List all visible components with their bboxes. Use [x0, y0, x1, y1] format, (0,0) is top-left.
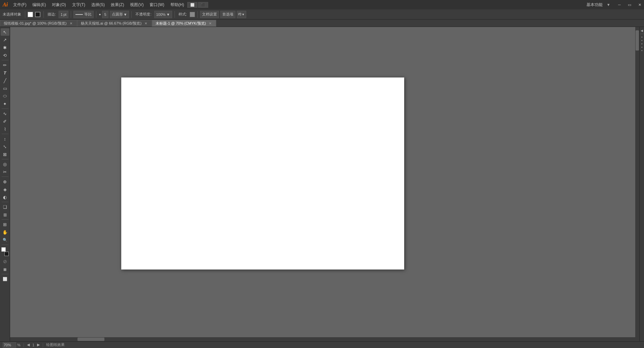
pen-tool-btn[interactable]: ✏	[1, 61, 9, 69]
right-panel-tab-1[interactable]: ▪	[640, 35, 644, 39]
tab-0-close[interactable]: ✕	[69, 21, 73, 26]
preferences-button[interactable]: 首选项	[220, 11, 235, 18]
rotate-tool-btn[interactable]: ↕	[1, 135, 9, 143]
doc-settings-button[interactable]: 文档设置	[200, 11, 219, 18]
lasso-tool-btn[interactable]: ⟲	[1, 52, 9, 59]
right-panel-expand-btn[interactable]: ◀	[640, 29, 644, 32]
hscroll-thumb[interactable]	[77, 338, 104, 341]
menu-view[interactable]: 视图(V)	[127, 1, 146, 8]
menu-file[interactable]: 文件(F)	[10, 1, 29, 8]
tool-sep-6	[2, 202, 8, 202]
selection-tool-btn[interactable]: ↖	[1, 28, 9, 36]
stroke-line-style[interactable]: 等比	[73, 11, 94, 18]
none-indicator[interactable]: ⊘	[1, 258, 9, 265]
sep5	[131, 11, 132, 18]
tab-1-label: 杨关天报纸.ai @ 66.67% (RGB/预览)	[81, 21, 141, 26]
main-area: ↖ ↗ ✱ ⟲ ✏ T ╱ ▭ ⬭ ✦ ∿ ✐ ⌇ ↕ ⤡ ⊠ ◎ ✂ ⊕ ◈ …	[0, 27, 644, 341]
pencil-tool-btn[interactable]: ✐	[1, 118, 9, 125]
tabs-bar: 报纸模板-01.jpg* @ 100% (RGB/预览) ✕ 杨关天报纸.ai …	[0, 20, 644, 27]
stroke-swatch[interactable]	[35, 12, 40, 17]
vertical-scrollbar[interactable]	[635, 27, 639, 341]
fill-swatch[interactable]	[28, 12, 33, 17]
sep7	[197, 11, 198, 18]
workspace-dropdown[interactable]: ▼	[607, 3, 610, 7]
menu-bar: 文件(F) 编辑(E) 对象(O) 文字(T) 选择(S) 效果(Z) 视图(V…	[10, 1, 641, 8]
nav-next[interactable]: ▶	[37, 343, 40, 347]
tab-2-close[interactable]: ✕	[208, 21, 213, 26]
color-indicator[interactable]: ▦	[1, 265, 9, 273]
object-label: 未选择对象	[1, 12, 23, 17]
menu-help[interactable]: 帮助(H)	[168, 1, 187, 8]
status-bar: % | ◀ 1 ▶ | 绘图纸效果	[0, 341, 644, 348]
graph-tool-btn[interactable]: ▥	[1, 211, 9, 218]
menu-icon1[interactable]: ⬜	[187, 2, 197, 8]
nav-prev[interactable]: ◀	[27, 343, 30, 347]
magic-wand-tool-btn[interactable]: ✱	[1, 44, 9, 51]
tab-1-close[interactable]: ✕	[143, 21, 148, 26]
tool-sep-3	[2, 134, 8, 134]
app-logo: Ai	[3, 2, 8, 8]
right-panel-tab-3[interactable]: ▪	[640, 42, 644, 45]
line-tool-btn[interactable]: ╱	[1, 77, 9, 84]
zoom-tool-btn[interactable]: 🔍	[1, 236, 9, 244]
tool-sep-5	[2, 177, 8, 177]
stroke-line-preview	[75, 14, 83, 15]
workspace-label: 基本功能	[584, 1, 605, 8]
sep4	[96, 11, 96, 18]
more-options-button[interactable]: 咋 ▼	[237, 11, 246, 18]
zoom-input[interactable]	[3, 342, 16, 348]
slice-tool-btn[interactable]: ✋	[1, 228, 9, 236]
symbol-tool-btn[interactable]: ❑	[1, 203, 9, 211]
fill-stroke-widget	[1, 247, 9, 257]
opacity-input[interactable]: 100% ▼	[154, 11, 172, 18]
menu-icon2[interactable]: ⬛	[198, 2, 208, 8]
tab-1[interactable]: 杨关天报纸.ai @ 66.67% (RGB/预览) ✕	[77, 20, 152, 27]
scale-tool-btn[interactable]: ⤡	[1, 143, 9, 150]
blob-brush-tool-btn[interactable]: ⌇	[1, 125, 9, 133]
shear-tool-btn[interactable]: ⊠	[1, 151, 9, 158]
canvas-area[interactable]	[10, 27, 639, 341]
artboard-tool-btn[interactable]: ⊞	[1, 221, 9, 228]
vscroll-thumb[interactable]	[636, 30, 639, 51]
menu-text[interactable]: 文字(T)	[69, 1, 88, 8]
tab-0[interactable]: 报纸模板-01.jpg* @ 100% (RGB/预览) ✕	[0, 20, 77, 27]
screen-mode-btn[interactable]: ⬜	[1, 275, 9, 283]
menu-effect[interactable]: 效果(Z)	[108, 1, 127, 8]
zoom-control: %	[3, 342, 21, 348]
gradient-tool-btn[interactable]: ⊕	[1, 178, 9, 185]
horizontal-scrollbar[interactable]	[10, 337, 639, 341]
fill-color-box[interactable]	[1, 247, 6, 252]
scissors-tool-btn[interactable]: ✂	[1, 168, 9, 176]
ellipse-tool-btn[interactable]: ⬭	[1, 92, 9, 100]
menu-object[interactable]: 对象(O)	[49, 1, 68, 8]
mesh-tool-btn[interactable]: ◈	[1, 186, 9, 193]
style-swatch[interactable]	[190, 12, 195, 17]
stroke-color-box[interactable]	[4, 252, 9, 256]
status-sep-1: |	[23, 343, 24, 347]
blend-tool-btn[interactable]: ◐	[1, 193, 9, 201]
tab-0-label: 报纸模板-01.jpg* @ 100% (RGB/预览)	[4, 21, 67, 26]
right-panel-tab-5[interactable]: ▪	[640, 49, 644, 52]
point-count-input[interactable]: 5	[102, 11, 108, 18]
right-panel-tab-4[interactable]: ▪	[640, 45, 644, 49]
brush-tool-btn[interactable]: ∿	[1, 110, 9, 117]
opacity-label: 不透明度:	[134, 12, 153, 17]
direct-selection-tool-btn[interactable]: ↗	[1, 36, 9, 43]
right-panel-tab-2[interactable]: ▪	[640, 39, 644, 42]
menu-edit[interactable]: 编辑(E)	[30, 1, 49, 8]
rect-tool-btn[interactable]: ▭	[1, 85, 9, 92]
menu-select[interactable]: 选择(S)	[89, 1, 107, 8]
star-tool-btn[interactable]: ✦	[1, 100, 9, 107]
close-button[interactable]: ✕	[635, 0, 644, 9]
point-shape-select[interactable]: 点圆形 ▼	[110, 11, 129, 18]
menu-window[interactable]: 窗口(W)	[147, 1, 167, 8]
stroke-weight-input[interactable]: 1 pt	[59, 11, 68, 18]
eraser-tool-btn[interactable]: ◎	[1, 160, 9, 168]
tab-2[interactable]: 未标题-1 @ 70% (CMYK/预览) ✕	[152, 20, 216, 27]
tool-sep-7	[2, 219, 8, 220]
maximize-button[interactable]: ▭	[625, 0, 634, 9]
type-tool-btn[interactable]: T	[1, 69, 9, 76]
artboard	[121, 77, 404, 270]
artboard-info: 绘图纸效果	[46, 342, 65, 347]
minimize-button[interactable]: ─	[615, 0, 624, 9]
